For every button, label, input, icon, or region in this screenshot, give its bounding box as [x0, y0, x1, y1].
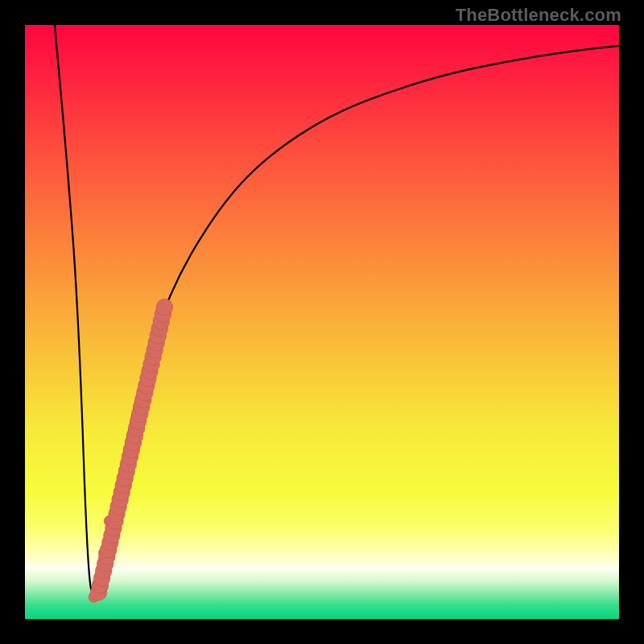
outer-frame: TheBottleneck.com	[0, 0, 644, 644]
watermark-text: TheBottleneck.com	[456, 5, 621, 26]
chart-svg	[25, 25, 619, 619]
svg-point-43	[156, 299, 173, 316]
plot-area	[25, 25, 619, 619]
